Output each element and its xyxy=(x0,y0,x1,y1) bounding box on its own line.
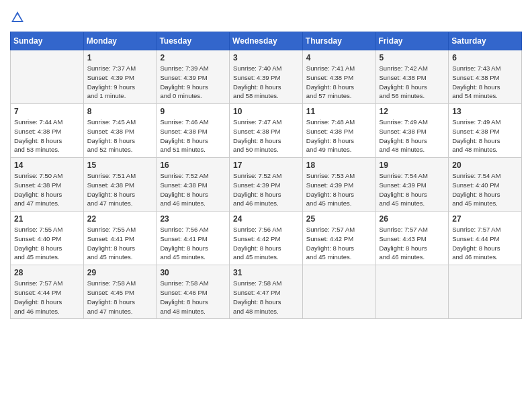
calendar-cell: 27Sunrise: 7:57 AM Sunset: 4:44 PM Dayli… xyxy=(449,212,522,265)
calendar-cell: 22Sunrise: 7:55 AM Sunset: 4:41 PM Dayli… xyxy=(83,212,157,265)
day-number: 23 xyxy=(160,214,226,224)
day-number: 21 xyxy=(14,214,80,224)
cell-info: Sunrise: 7:50 AM Sunset: 4:38 PM Dayligh… xyxy=(14,171,80,208)
cell-info: Sunrise: 7:55 AM Sunset: 4:40 PM Dayligh… xyxy=(14,225,80,262)
calendar-cell: 12Sunrise: 7:49 AM Sunset: 4:38 PM Dayli… xyxy=(375,104,449,158)
calendar-cell xyxy=(302,265,375,319)
calendar-week-4: 21Sunrise: 7:55 AM Sunset: 4:40 PM Dayli… xyxy=(11,212,522,265)
calendar-cell: 4Sunrise: 7:41 AM Sunset: 4:38 PM Daylig… xyxy=(302,50,375,104)
cell-info: Sunrise: 7:39 AM Sunset: 4:39 PM Dayligh… xyxy=(160,64,226,101)
day-number: 4 xyxy=(306,53,372,62)
day-number: 10 xyxy=(233,107,299,116)
day-number: 5 xyxy=(380,53,445,62)
calendar-cell: 17Sunrise: 7:52 AM Sunset: 4:39 PM Dayli… xyxy=(230,158,303,212)
calendar-cell: 21Sunrise: 7:55 AM Sunset: 4:40 PM Dayli… xyxy=(11,212,84,265)
day-number: 1 xyxy=(87,53,153,62)
cell-info: Sunrise: 7:45 AM Sunset: 4:38 PM Dayligh… xyxy=(87,118,153,154)
day-number: 25 xyxy=(306,214,372,224)
cell-info: Sunrise: 7:54 AM Sunset: 4:39 PM Dayligh… xyxy=(380,171,445,208)
day-number: 30 xyxy=(160,268,226,277)
cell-info: Sunrise: 7:40 AM Sunset: 4:39 PM Dayligh… xyxy=(233,64,299,101)
cell-info: Sunrise: 7:44 AM Sunset: 4:38 PM Dayligh… xyxy=(14,118,80,154)
day-number: 11 xyxy=(306,107,372,116)
day-number: 18 xyxy=(306,161,372,170)
calendar-week-1: 1Sunrise: 7:37 AM Sunset: 4:39 PM Daylig… xyxy=(11,50,522,104)
cell-info: Sunrise: 7:46 AM Sunset: 4:38 PM Dayligh… xyxy=(160,118,226,154)
page-header xyxy=(10,10,522,25)
day-number: 8 xyxy=(87,107,153,116)
calendar-cell: 7Sunrise: 7:44 AM Sunset: 4:38 PM Daylig… xyxy=(11,104,84,158)
calendar-cell: 20Sunrise: 7:54 AM Sunset: 4:40 PM Dayli… xyxy=(449,158,522,212)
calendar-cell: 26Sunrise: 7:57 AM Sunset: 4:43 PM Dayli… xyxy=(375,212,449,265)
calendar-cell: 28Sunrise: 7:57 AM Sunset: 4:44 PM Dayli… xyxy=(11,265,84,319)
day-number: 6 xyxy=(452,53,518,62)
calendar-cell: 14Sunrise: 7:50 AM Sunset: 4:38 PM Dayli… xyxy=(11,158,84,212)
calendar-cell: 13Sunrise: 7:49 AM Sunset: 4:38 PM Dayli… xyxy=(449,104,522,158)
calendar-cell: 10Sunrise: 7:47 AM Sunset: 4:38 PM Dayli… xyxy=(230,104,303,158)
day-number: 29 xyxy=(87,268,153,277)
logo xyxy=(10,10,28,25)
cell-info: Sunrise: 7:56 AM Sunset: 4:42 PM Dayligh… xyxy=(233,225,299,262)
cell-info: Sunrise: 7:58 AM Sunset: 4:47 PM Dayligh… xyxy=(233,279,299,316)
cell-info: Sunrise: 7:37 AM Sunset: 4:39 PM Dayligh… xyxy=(87,64,153,101)
calendar-cell: 24Sunrise: 7:56 AM Sunset: 4:42 PM Dayli… xyxy=(230,212,303,265)
calendar-cell: 11Sunrise: 7:48 AM Sunset: 4:38 PM Dayli… xyxy=(302,104,375,158)
calendar-cell: 30Sunrise: 7:58 AM Sunset: 4:46 PM Dayli… xyxy=(157,265,230,319)
cell-info: Sunrise: 7:43 AM Sunset: 4:38 PM Dayligh… xyxy=(452,64,518,101)
cell-info: Sunrise: 7:57 AM Sunset: 4:42 PM Dayligh… xyxy=(306,225,372,262)
day-number: 7 xyxy=(14,107,80,116)
calendar-cell: 1Sunrise: 7:37 AM Sunset: 4:39 PM Daylig… xyxy=(83,50,157,104)
cell-info: Sunrise: 7:57 AM Sunset: 4:44 PM Dayligh… xyxy=(14,279,80,316)
calendar-cell xyxy=(449,265,522,319)
day-number: 19 xyxy=(380,161,445,170)
cell-info: Sunrise: 7:56 AM Sunset: 4:41 PM Dayligh… xyxy=(160,225,226,262)
cell-info: Sunrise: 7:58 AM Sunset: 4:46 PM Dayligh… xyxy=(160,279,226,316)
calendar-week-5: 28Sunrise: 7:57 AM Sunset: 4:44 PM Dayli… xyxy=(11,265,522,319)
cell-info: Sunrise: 7:52 AM Sunset: 4:38 PM Dayligh… xyxy=(160,171,226,208)
calendar-cell xyxy=(375,265,449,319)
calendar-cell: 2Sunrise: 7:39 AM Sunset: 4:39 PM Daylig… xyxy=(157,50,230,104)
calendar-cell: 9Sunrise: 7:46 AM Sunset: 4:38 PM Daylig… xyxy=(157,104,230,158)
calendar-cell: 23Sunrise: 7:56 AM Sunset: 4:41 PM Dayli… xyxy=(157,212,230,265)
day-number: 26 xyxy=(380,214,445,224)
cell-info: Sunrise: 7:47 AM Sunset: 4:38 PM Dayligh… xyxy=(233,118,299,154)
day-number: 15 xyxy=(87,161,153,170)
logo-icon xyxy=(10,10,25,25)
calendar-cell: 18Sunrise: 7:53 AM Sunset: 4:39 PM Dayli… xyxy=(302,158,375,212)
calendar-cell: 3Sunrise: 7:40 AM Sunset: 4:39 PM Daylig… xyxy=(230,50,303,104)
calendar-table: SundayMondayTuesdayWednesdayThursdayFrid… xyxy=(10,32,522,319)
column-header-sunday: Sunday xyxy=(11,32,84,50)
cell-info: Sunrise: 7:49 AM Sunset: 4:38 PM Dayligh… xyxy=(380,118,445,154)
day-number: 20 xyxy=(452,161,518,170)
cell-info: Sunrise: 7:58 AM Sunset: 4:45 PM Dayligh… xyxy=(87,279,153,316)
cell-info: Sunrise: 7:57 AM Sunset: 4:43 PM Dayligh… xyxy=(380,225,445,262)
cell-info: Sunrise: 7:53 AM Sunset: 4:39 PM Dayligh… xyxy=(306,171,372,208)
column-header-saturday: Saturday xyxy=(449,32,522,50)
calendar-cell: 25Sunrise: 7:57 AM Sunset: 4:42 PM Dayli… xyxy=(302,212,375,265)
cell-info: Sunrise: 7:55 AM Sunset: 4:41 PM Dayligh… xyxy=(87,225,153,262)
day-number: 28 xyxy=(14,268,80,277)
day-number: 2 xyxy=(160,53,226,62)
column-header-tuesday: Tuesday xyxy=(157,32,230,50)
calendar-cell xyxy=(11,50,84,104)
calendar-cell: 15Sunrise: 7:51 AM Sunset: 4:38 PM Dayli… xyxy=(83,158,157,212)
day-number: 13 xyxy=(452,107,518,116)
day-number: 3 xyxy=(233,53,299,62)
cell-info: Sunrise: 7:48 AM Sunset: 4:38 PM Dayligh… xyxy=(306,118,372,154)
column-header-wednesday: Wednesday xyxy=(230,32,303,50)
day-number: 31 xyxy=(233,268,299,277)
day-number: 14 xyxy=(14,161,80,170)
day-number: 24 xyxy=(233,214,299,224)
cell-info: Sunrise: 7:41 AM Sunset: 4:38 PM Dayligh… xyxy=(306,64,372,101)
calendar-cell: 5Sunrise: 7:42 AM Sunset: 4:38 PM Daylig… xyxy=(375,50,449,104)
calendar-week-2: 7Sunrise: 7:44 AM Sunset: 4:38 PM Daylig… xyxy=(11,104,522,158)
column-header-monday: Monday xyxy=(83,32,157,50)
day-number: 27 xyxy=(452,214,518,224)
column-header-thursday: Thursday xyxy=(302,32,375,50)
calendar-week-3: 14Sunrise: 7:50 AM Sunset: 4:38 PM Dayli… xyxy=(11,158,522,212)
calendar-cell: 31Sunrise: 7:58 AM Sunset: 4:47 PM Dayli… xyxy=(230,265,303,319)
cell-info: Sunrise: 7:51 AM Sunset: 4:38 PM Dayligh… xyxy=(87,171,153,208)
cell-info: Sunrise: 7:52 AM Sunset: 4:39 PM Dayligh… xyxy=(233,171,299,208)
day-number: 9 xyxy=(160,107,226,116)
cell-info: Sunrise: 7:49 AM Sunset: 4:38 PM Dayligh… xyxy=(452,118,518,154)
